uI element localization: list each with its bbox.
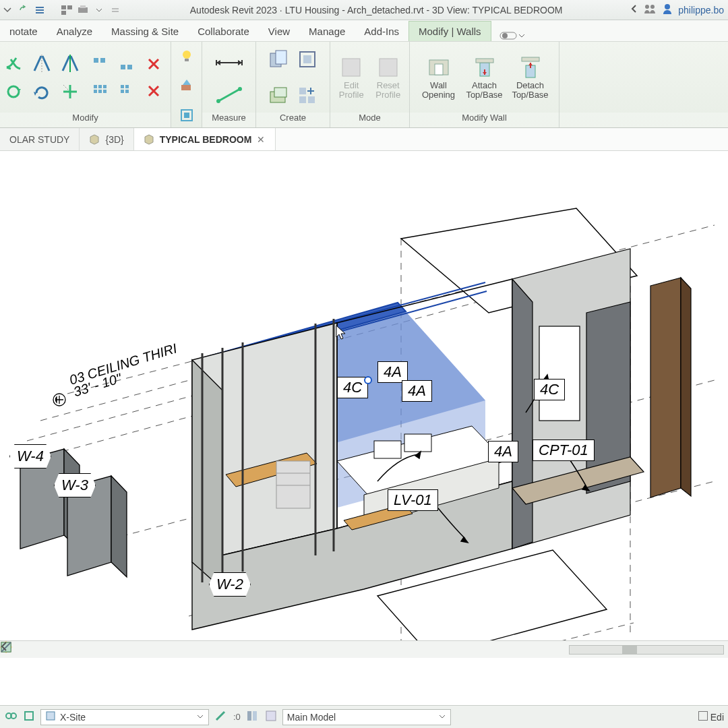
wall-opening-button[interactable]: Wall Opening (417, 53, 460, 102)
overflow-icon[interactable] (109, 4, 121, 16)
svg-rect-48 (342, 59, 360, 76)
window-tag[interactable]: W-2 (209, 572, 251, 597)
view-tab[interactable]: {3D} (80, 128, 133, 150)
visual-style-icon[interactable] (39, 643, 53, 657)
temp-hide-icon[interactable] (162, 643, 175, 657)
mirror-icon[interactable] (30, 52, 53, 75)
svg-rect-22 (103, 85, 107, 88)
window-title: Autodesk Revit 2023 · LTU Housing - Arch… (121, 5, 631, 16)
detail-level-icon[interactable] (22, 643, 35, 657)
svg-rect-2 (36, 12, 44, 13)
parts-icon[interactable] (268, 84, 291, 107)
array-icon[interactable] (115, 80, 138, 102)
editable-only-checkbox[interactable]: Edi (698, 711, 724, 723)
design-option-combo[interactable]: Main Model (282, 709, 451, 725)
user-icon[interactable] (662, 3, 673, 16)
chevron-left-icon[interactable] (232, 643, 245, 657)
viewport-3d[interactable]: 03 CEILING THIRI 33' - 10" W-4 W-3 W-2 4… (0, 151, 728, 681)
ribbon-toggle-icon[interactable] (499, 30, 525, 41)
horizontal-scrollbar[interactable] (569, 645, 724, 655)
svg-rect-67 (539, 326, 580, 421)
ribbon-tab-manage[interactable]: Manage (299, 22, 355, 41)
button-label: Edit Profile (339, 81, 364, 99)
svg-rect-101 (253, 711, 257, 721)
design-options-icon[interactable] (246, 710, 260, 724)
user-name[interactable]: philippe.bo (678, 5, 724, 16)
svg-point-37 (216, 99, 220, 103)
trim-icon[interactable] (59, 80, 82, 103)
worksharing-icon[interactable] (197, 643, 210, 657)
similar-icon[interactable] (296, 84, 319, 107)
workset-combo[interactable]: X-Site (40, 709, 209, 725)
attach-icon (473, 55, 497, 80)
back-icon[interactable] (631, 4, 638, 16)
view-control-bar (0, 640, 728, 658)
paint-icon[interactable] (175, 74, 198, 97)
material-tag[interactable]: 4A (402, 380, 432, 402)
panel-empty (559, 42, 728, 127)
array-icon[interactable] (88, 80, 111, 102)
window-tag[interactable]: W-4 (9, 444, 51, 468)
dropdown-icon[interactable] (93, 4, 105, 16)
ribbon-tab-bar: notate Analyze Massing & Site Collaborat… (0, 20, 728, 42)
dropdown-icon[interactable] (1, 4, 13, 16)
delete-icon[interactable] (142, 80, 165, 102)
crop-icon[interactable] (109, 643, 123, 657)
cut-icon[interactable] (2, 52, 25, 75)
material-tag[interactable]: CPT-01 (533, 439, 595, 461)
ribbon-tab-collaborate[interactable]: Collaborate (188, 22, 259, 41)
sun-path-icon[interactable] (57, 643, 70, 657)
measure-icon[interactable] (218, 84, 241, 107)
group-icon[interactable] (268, 48, 291, 71)
ribbon-tab-annotate[interactable]: notate (0, 22, 47, 41)
ribbon-tab-view[interactable]: View (259, 22, 299, 41)
window-tag[interactable]: W-3 (54, 473, 96, 497)
paint-icon[interactable] (175, 104, 198, 127)
ribbon-tab-analyze[interactable]: Analyze (47, 22, 102, 41)
align-icon[interactable] (88, 53, 111, 75)
material-tag[interactable]: 4C (534, 379, 565, 400)
ribbon-tab-addins[interactable]: Add-Ins (355, 22, 408, 41)
rotate-icon[interactable] (2, 80, 25, 103)
svg-rect-19 (127, 65, 132, 69)
svg-point-30 (183, 51, 191, 59)
analytical-icon[interactable] (214, 643, 228, 657)
material-tag[interactable]: 4A (488, 441, 518, 462)
design-options-icon[interactable] (265, 710, 277, 724)
lightbulb-icon[interactable] (175, 44, 198, 67)
panel-mode: Edit Profile Reset Profile Mode (330, 42, 410, 127)
material-tag[interactable]: LV-01 (388, 489, 438, 511)
delete-icon[interactable] (142, 53, 165, 75)
crop-visible-icon[interactable] (127, 643, 140, 657)
mirror-axis-icon[interactable] (59, 52, 82, 75)
ribbon-tab-massing[interactable]: Massing & Site (102, 22, 188, 41)
assembly-icon[interactable] (296, 48, 319, 71)
editable-icon[interactable] (214, 710, 228, 724)
dimension-icon[interactable] (218, 51, 241, 74)
panel-label: Mode (330, 113, 409, 127)
link-icon[interactable] (4, 710, 18, 724)
thumbnail-icon[interactable] (61, 4, 73, 16)
list-icon[interactable] (34, 4, 46, 16)
edit-profile-button: Edit Profile (334, 53, 369, 102)
reveal-icon[interactable] (179, 643, 193, 657)
offset-icon[interactable] (115, 53, 138, 75)
lock-icon[interactable] (144, 643, 158, 657)
view-tab[interactable]: OLAR STUDY (0, 128, 80, 150)
button-label: Wall Opening (422, 81, 455, 99)
shape-handle-icon[interactable] (363, 375, 373, 386)
svg-rect-102 (266, 711, 276, 721)
ribbon-tab-modify-walls[interactable]: Modify | Walls (408, 21, 491, 41)
workset-icon (45, 710, 56, 723)
people-icon[interactable] (643, 3, 657, 16)
detach-top-base-button[interactable]: Detach Top/Base (509, 53, 552, 102)
print-icon[interactable] (77, 4, 89, 16)
rotate-icon[interactable] (30, 80, 53, 103)
attach-top-base-button[interactable]: Attach Top/Base (463, 53, 506, 102)
forward-icon[interactable] (18, 4, 30, 16)
link-icon[interactable] (23, 710, 35, 724)
render-icon[interactable] (92, 643, 105, 657)
close-icon[interactable]: ✕ (257, 134, 265, 145)
view-tab[interactable]: TYPICAL BEDROOM ✕ (134, 128, 276, 150)
shadows-icon[interactable] (74, 643, 88, 657)
